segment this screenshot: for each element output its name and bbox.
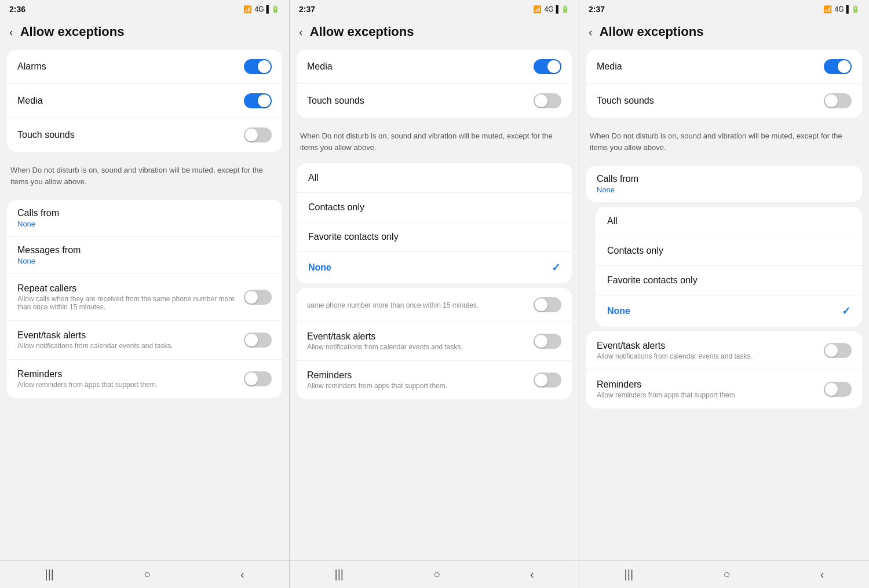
event-task-sub-3: Allow notifications from calendar events… <box>597 352 818 360</box>
battery-icon-2: 🔋 <box>561 5 569 13</box>
nav-bar-3: ||| ○ ‹ <box>579 560 869 588</box>
content-1: Alarms Media Touch sounds When Do not di… <box>0 45 289 560</box>
media-toggle-1[interactable] <box>244 93 272 108</box>
home-btn-2[interactable]: ○ <box>433 568 440 581</box>
back-button-2[interactable]: ‹ <box>299 25 303 39</box>
calls-from-value-3: None <box>597 185 852 194</box>
touch-sounds-label-1: Touch sounds <box>17 130 75 140</box>
dropdown-contacts-3[interactable]: Contacts only <box>596 236 862 266</box>
dropdown-none-3[interactable]: None ✓ <box>596 295 862 327</box>
status-bar-1: 2:36 📶 4G▐ 🔋 <box>0 0 289 19</box>
media-toggle-2[interactable] <box>534 59 561 74</box>
reminders-toggle-2[interactable] <box>534 372 561 388</box>
reminders-toggle-3[interactable] <box>824 382 852 397</box>
reminders-sub-2: Allow reminders from apps that support t… <box>307 382 528 390</box>
touch-sounds-label-3: Touch sounds <box>597 96 654 106</box>
messages-from-row[interactable]: Messages from None <box>7 237 282 274</box>
check-icon-2: ✓ <box>552 261 560 274</box>
reminders-row-3: Reminders Allow reminders from apps that… <box>586 370 862 408</box>
wifi-icon-3: 📶 <box>823 5 832 13</box>
signal-icon: 4G▐ <box>254 5 269 13</box>
phone-panel-3: 2:37 📶 4G▐ 🔋 ‹ Allow exceptions Media To… <box>579 0 869 588</box>
alarms-row: Alarms <box>7 50 282 84</box>
calls-from-row-3[interactable]: Calls from None <box>586 166 862 202</box>
nav-bar-2: ||| ○ ‹ <box>290 560 579 588</box>
toggles-card-1: Alarms Media Touch sounds <box>7 50 282 152</box>
recent-apps-btn-2[interactable]: ||| <box>334 568 344 581</box>
phone-panel-1: 2:36 📶 4G▐ 🔋 ‹ Allow exceptions Alarms M… <box>0 0 290 588</box>
recent-apps-btn-1[interactable]: ||| <box>45 568 54 581</box>
reminders-toggle-1[interactable] <box>244 371 272 386</box>
top-bar-2: ‹ Allow exceptions <box>290 19 579 45</box>
back-nav-btn-2[interactable]: ‹ <box>530 568 534 581</box>
reminders-row-1: Reminders Allow reminders from apps that… <box>7 360 282 398</box>
status-bar-2: 2:37 📶 4G▐ 🔋 <box>290 0 579 19</box>
top-bar-3: ‹ Allow exceptions <box>579 19 869 45</box>
dropdown-contacts-2[interactable]: Contacts only <box>297 193 572 222</box>
home-btn-3[interactable]: ○ <box>723 568 730 581</box>
dropdown-fav-label-2: Favorite contacts only <box>308 232 399 242</box>
back-button-1[interactable]: ‹ <box>9 25 13 39</box>
info-text-3: When Do not disturb is on, sound and vib… <box>579 122 869 161</box>
page-title-3: Allow exceptions <box>600 24 704 39</box>
dropdown-none-label-3: None <box>607 306 630 316</box>
back-nav-btn-1[interactable]: ‹ <box>240 568 244 581</box>
extra-card-2: same phone number more than once within … <box>297 288 572 399</box>
back-nav-btn-3[interactable]: ‹ <box>820 568 824 581</box>
dropdown-fav-2[interactable]: Favorite contacts only <box>297 222 572 252</box>
battery-icon-3: 🔋 <box>851 5 860 13</box>
event-task-sub-1: Allow notifications from calendar events… <box>17 342 238 350</box>
media-toggle-3[interactable] <box>824 59 852 74</box>
dropdown-contacts-label-3: Contacts only <box>607 246 663 256</box>
calls-from-label-3: Calls from <box>597 174 852 184</box>
status-time-3: 2:37 <box>589 5 605 14</box>
touch-sounds-toggle-3[interactable] <box>824 93 852 108</box>
content-3: Media Touch sounds When Do not disturb i… <box>579 45 869 560</box>
dropdown-all-2[interactable]: All <box>297 163 572 193</box>
repeat-callers-partial-2: same phone number more than once within … <box>297 288 572 322</box>
alarms-toggle[interactable] <box>244 59 272 74</box>
media-row-1: Media <box>7 84 282 118</box>
event-task-toggle-3[interactable] <box>824 343 852 358</box>
event-task-toggle-1[interactable] <box>244 333 272 348</box>
dropdown-card-3: All Contacts only Favorite contacts only… <box>596 207 862 327</box>
media-label-1: Media <box>17 96 43 106</box>
repeat-callers-label: Repeat callers <box>17 283 238 294</box>
page-title-1: Allow exceptions <box>20 24 125 39</box>
event-task-row-3: Event/task alerts Allow notifications fr… <box>586 331 862 370</box>
touch-sounds-toggle-2[interactable] <box>534 93 561 108</box>
calls-from-card-3: Calls from None <box>586 166 862 202</box>
back-button-3[interactable]: ‹ <box>589 25 593 39</box>
dropdown-all-label-2: All <box>308 173 319 183</box>
reminders-sub-1: Allow reminders from apps that support t… <box>17 381 238 389</box>
repeat-callers-row: Repeat callers Allow calls when they are… <box>7 274 282 321</box>
reminders-label-1: Reminders <box>17 369 238 379</box>
dropdown-none-2[interactable]: None ✓ <box>297 252 572 283</box>
media-label-3: Media <box>597 61 622 72</box>
extra-card-3: Event/task alerts Allow notifications fr… <box>586 331 862 408</box>
event-task-label-2: Event/task alerts <box>307 331 528 342</box>
signal-icon-2: 4G▐ <box>544 5 558 13</box>
recent-apps-btn-3[interactable]: ||| <box>625 568 634 581</box>
media-label-2: Media <box>307 61 333 72</box>
info-text-2: When Do not disturb is on, sound and vib… <box>290 122 579 161</box>
touch-sounds-toggle-1[interactable] <box>244 127 272 143</box>
calls-from-value: None <box>17 220 272 228</box>
status-icons-3: 📶 4G▐ 🔋 <box>823 5 860 13</box>
event-task-label-1: Event/task alerts <box>17 330 238 341</box>
event-task-row-2: Event/task alerts Allow notifications fr… <box>297 322 572 361</box>
calls-from-row[interactable]: Calls from None <box>7 200 282 237</box>
touch-sounds-row-1: Touch sounds <box>7 118 282 152</box>
reminders-sub-3: Allow reminders from apps that support t… <box>597 391 818 399</box>
dropdown-all-3[interactable]: All <box>596 207 862 236</box>
repeat-callers-toggle-2[interactable] <box>534 297 561 312</box>
phone-panel-2: 2:37 📶 4G▐ 🔋 ‹ Allow exceptions Media To… <box>290 0 579 588</box>
wifi-icon-2: 📶 <box>533 5 542 13</box>
event-task-toggle-2[interactable] <box>534 334 561 349</box>
touch-sounds-row-2: Touch sounds <box>297 84 572 118</box>
content-2: Media Touch sounds When Do not disturb i… <box>290 45 579 560</box>
event-task-row-1: Event/task alerts Allow notifications fr… <box>7 321 282 360</box>
dropdown-fav-3[interactable]: Favorite contacts only <box>596 266 862 295</box>
home-btn-1[interactable]: ○ <box>144 568 151 581</box>
repeat-callers-toggle[interactable] <box>244 290 272 305</box>
